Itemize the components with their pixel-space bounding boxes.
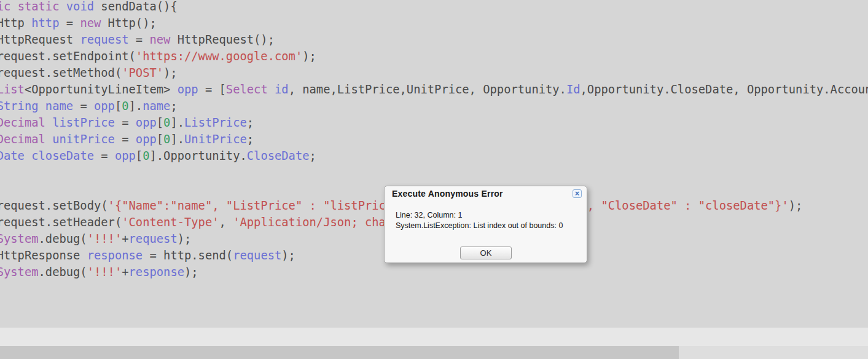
code-token: Select <box>226 83 268 96</box>
code-token: 0 <box>143 149 149 162</box>
code-token: request <box>80 33 128 46</box>
code-token: = <box>73 100 94 112</box>
code-token: .debug( <box>39 266 87 278</box>
code-token: ].Opportunity. <box>149 149 246 162</box>
code-token: name <box>143 100 170 112</box>
close-icon[interactable]: × <box>573 189 582 198</box>
code-token: Http <box>0 17 31 30</box>
error-line-column-text: Line: 32, Column: 1 <box>396 211 462 219</box>
code-line: request.setEndpoint('https://www.google.… <box>0 48 868 65</box>
code-line: request.setMethod('POST'); <box>0 65 868 81</box>
code-token: Date <box>0 149 25 162</box>
code-token: ]. <box>129 100 143 112</box>
code-token: public <box>0 0 10 13</box>
code-token: ,Opportunity.CloseDate, Opportunity.Acco… <box>581 83 868 96</box>
code-token: ; <box>247 116 254 129</box>
code-token: = <box>115 133 136 146</box>
code-token: opp <box>178 83 198 96</box>
code-token: = <box>59 17 80 30</box>
code-token: opp <box>136 116 157 129</box>
code-token: '!!!' <box>87 266 122 278</box>
code-token: Decimal <box>0 133 45 146</box>
code-line: HttpRequest request = new HttpRequest(); <box>0 31 868 48</box>
code-token: [ <box>157 116 163 129</box>
code-token <box>45 116 52 129</box>
code-token: = <box>115 116 136 129</box>
code-token: ); <box>163 66 178 79</box>
code-line: List<OpportunityLineItem> opp = [Select … <box>0 81 868 98</box>
code-line: Http http = new Http(); <box>0 15 868 31</box>
code-token: new <box>149 33 170 46</box>
code-token: Decimal <box>0 116 45 129</box>
code-token: opp <box>94 100 115 112</box>
code-token <box>59 0 66 13</box>
ok-button[interactable]: OK <box>460 247 512 259</box>
code-token: new <box>80 17 101 30</box>
code-token: + <box>122 266 128 278</box>
code-token: List <box>0 83 25 96</box>
code-line: Decimal unitPrice = opp[0].UnitPrice; <box>0 131 868 148</box>
status-bar-left <box>0 346 679 359</box>
code-token: unitPrice <box>52 133 115 146</box>
code-token: opp <box>136 133 157 146</box>
code-token: String <box>0 100 39 112</box>
code-token: [ <box>157 133 163 146</box>
code-token: = <box>94 149 115 162</box>
code-token: 'https://www.google.com' <box>136 50 302 63</box>
developer-console-screen: public static void sendData(){ Http http… <box>0 0 868 359</box>
code-token: = http.send( <box>143 249 233 262</box>
code-token: HttpRequest <box>0 33 80 46</box>
code-token: UnitPrice <box>184 133 247 146</box>
code-token: ; <box>170 100 177 112</box>
code-editor[interactable]: public static void sendData(){ Http http… <box>0 0 868 328</box>
code-token: request.setMethod( <box>0 66 122 79</box>
code-token: 0 <box>122 100 128 112</box>
code-token: listPrice <box>52 116 115 129</box>
code-token: ListPrice <box>184 116 247 129</box>
code-token: request <box>233 249 281 262</box>
code-token: ; <box>247 133 254 146</box>
code-token: ; <box>310 149 316 162</box>
code-token: System <box>0 266 39 278</box>
error-exception-text: System.ListException: List index out of … <box>396 221 563 230</box>
code-token: sendData(){ <box>94 0 178 13</box>
code-token: 0 <box>163 116 170 129</box>
code-line: System.debug('!!!'+response); <box>0 264 868 280</box>
code-token: Id <box>566 83 581 96</box>
code-line: Decimal listPrice = opp[0].ListPrice; <box>0 114 868 131</box>
code-line <box>0 164 868 181</box>
code-line: String name = opp[0].name; <box>0 98 868 114</box>
code-token: id <box>275 83 289 96</box>
code-token: request.setEndpoint( <box>0 50 136 63</box>
code-line: public static void sendData(){ <box>0 0 868 15</box>
code-token: http <box>31 17 59 30</box>
code-token: HttpResponse <box>0 249 87 262</box>
code-token: [ <box>115 100 122 112</box>
code-token: request <box>129 232 178 245</box>
code-token: '!!!' <box>87 232 122 245</box>
code-token: request.setBody( <box>0 199 108 212</box>
dialog-title: Execute Anonymous Error <box>392 189 503 199</box>
code-token: void <box>66 0 94 13</box>
code-token: + <box>122 232 128 245</box>
code-line: Date closeDate = opp[0].Opportunity.Clos… <box>0 148 868 164</box>
code-token: name <box>45 100 73 112</box>
code-token: response <box>87 249 143 262</box>
code-token: 0 <box>163 133 170 146</box>
code-token: .debug( <box>39 232 87 245</box>
code-token: , <box>219 216 233 229</box>
status-bar-right <box>679 346 868 359</box>
code-token: System <box>0 232 39 245</box>
code-token <box>10 0 17 13</box>
code-token: static <box>18 0 60 13</box>
code-token: closeDate <box>31 149 94 162</box>
code-token: opp <box>115 149 136 162</box>
code-token: ]. <box>170 116 184 129</box>
code-token: = [ <box>198 83 226 96</box>
execute-anonymous-error-dialog: Execute Anonymous Error × Line: 32, Colu… <box>384 186 587 263</box>
code-token: HttpRequest(); <box>170 33 275 46</box>
code-token: ); <box>184 266 198 278</box>
code-token: 'Content-Type' <box>122 216 219 229</box>
code-token: , name,ListPrice,UnitPrice, Opportunity. <box>289 83 566 96</box>
code-token: CloseDate <box>247 149 310 162</box>
